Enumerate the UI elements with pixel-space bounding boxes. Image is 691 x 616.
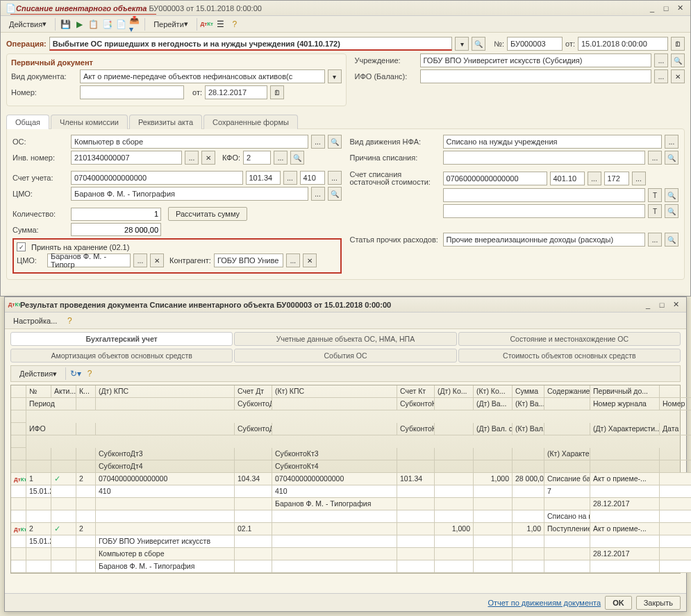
kfo-search-icon[interactable]: 🔍: [290, 151, 304, 165]
wracc3-field[interactable]: 172: [604, 172, 629, 185]
post-icon[interactable]: ▶: [74, 19, 85, 30]
ifo-clear-icon[interactable]: ✕: [671, 69, 685, 83]
res-close-icon[interactable]: ✕: [669, 299, 682, 310]
extra1-search-icon[interactable]: 🔍: [665, 188, 678, 202]
minimize-icon[interactable]: _: [646, 3, 658, 14]
extra2-search-icon[interactable]: 🔍: [665, 204, 678, 218]
tab-general[interactable]: Общая: [6, 115, 49, 129]
export-icon[interactable]: 📤▾: [129, 19, 140, 30]
move-more-icon[interactable]: ...: [665, 135, 678, 149]
acc-field1[interactable]: 07040000000000000: [71, 171, 243, 185]
date-field[interactable]: 15.01.2018 0:00:00: [578, 37, 668, 51]
actions-menu[interactable]: Действия ▾: [5, 17, 51, 31]
extra1-field[interactable]: [443, 188, 646, 202]
tab-act[interactable]: Реквизиты акта: [129, 115, 202, 129]
contr-field[interactable]: ГОБУ ВПО Униве: [214, 253, 283, 267]
wracc3-more-icon[interactable]: ...: [632, 172, 646, 185]
list-icon[interactable]: ☰: [215, 19, 226, 30]
calc-button[interactable]: Рассчитать сумму: [168, 207, 247, 221]
restab-status[interactable]: Состояние и местонахождение ОС: [458, 332, 681, 346]
sum-field[interactable]: [71, 223, 161, 236]
close-icon[interactable]: ✕: [674, 3, 686, 14]
res-help-icon[interactable]: ?: [64, 315, 75, 326]
org-more-icon[interactable]: ...: [654, 53, 668, 67]
report-link[interactable]: Отчет по движениям документа: [488, 599, 601, 607]
reason-search-icon[interactable]: 🔍: [665, 151, 678, 165]
acc-field3[interactable]: 410: [300, 171, 325, 185]
res-maximize-icon[interactable]: □: [656, 299, 668, 310]
res-minimize-icon[interactable]: _: [642, 299, 654, 310]
docnum-field[interactable]: [80, 85, 184, 99]
restab-os-data[interactable]: Учетные данные объекта ОС, НМА, НПА: [234, 332, 456, 346]
wracc1-field[interactable]: 07060000000000000: [443, 172, 547, 185]
doctype-dropdown-icon[interactable]: ▾: [328, 69, 342, 83]
acc2-more-icon[interactable]: ...: [283, 171, 297, 185]
restab-cost[interactable]: Стоимость объектов основных средств: [458, 349, 681, 363]
docdate-cal-icon[interactable]: 🗓: [270, 85, 284, 99]
restab-events[interactable]: События ОС: [234, 349, 456, 363]
tab-commission[interactable]: Члены комиссии: [51, 115, 128, 129]
os-field[interactable]: Компьютер в сборе: [71, 135, 308, 149]
docdate-field[interactable]: 28.12.2017: [205, 85, 267, 99]
extra2-field[interactable]: [443, 204, 646, 218]
close-button[interactable]: Закрыть: [636, 596, 681, 610]
cmo-field[interactable]: Баранов Ф. М. - Типография: [71, 187, 308, 201]
help-icon[interactable]: ?: [229, 19, 240, 30]
kfo-field[interactable]: 2: [243, 151, 271, 165]
extra1-t-icon[interactable]: T: [648, 188, 662, 202]
copy-icon[interactable]: 📑: [101, 19, 113, 30]
cmo2-clear-icon[interactable]: ✕: [150, 253, 164, 267]
reason-more-icon[interactable]: ...: [648, 151, 662, 165]
ok-button[interactable]: OK: [605, 596, 632, 610]
operation-field[interactable]: Выбытие ОС пришедших в негодность и на н…: [49, 37, 452, 51]
calendar-icon[interactable]: 🗓: [671, 37, 685, 51]
contr-clear-icon[interactable]: ✕: [303, 253, 317, 267]
restab-amort[interactable]: Амортизация объектов основных средств: [10, 349, 233, 363]
org-field[interactable]: ГОБУ ВПО Университет искусств (Субсидия): [420, 53, 652, 67]
result-grid[interactable]: №Акти...К...(Дт) КПССчет Дт(Кт) КПССчет …: [10, 385, 681, 574]
os-more-icon[interactable]: ...: [311, 135, 325, 149]
cmo2-more-icon[interactable]: ...: [133, 253, 147, 267]
cmo-search-icon[interactable]: 🔍: [328, 187, 342, 201]
inv-field[interactable]: 2101340000007: [71, 151, 182, 165]
inv-more-icon[interactable]: ...: [185, 151, 199, 165]
print-icon[interactable]: 📄: [115, 19, 126, 30]
op-dropdown-icon[interactable]: ▾: [455, 37, 469, 51]
store-checkbox[interactable]: ✓: [17, 242, 26, 251]
kfo-more-icon[interactable]: ...: [274, 151, 288, 165]
move-field[interactable]: Списано на нужды учреждения: [443, 135, 663, 149]
acc3-more-icon[interactable]: ...: [328, 171, 342, 185]
exp-more-icon[interactable]: ...: [648, 233, 662, 247]
cmo-more-icon[interactable]: ...: [311, 187, 325, 201]
setup-button[interactable]: Настройка...: [9, 314, 61, 328]
qty-field[interactable]: [71, 208, 161, 221]
wracc2-field[interactable]: 401.10: [550, 172, 585, 185]
grid-help-icon[interactable]: ?: [84, 368, 95, 379]
extra2-t-icon[interactable]: T: [648, 204, 662, 218]
goto-menu[interactable]: Перейти ▾: [149, 17, 192, 31]
grid-refresh-icon[interactable]: ↻▾: [70, 368, 81, 379]
restab-accounting[interactable]: Бухгалтерский учет: [10, 332, 233, 346]
contr-more-icon[interactable]: ...: [286, 253, 300, 267]
reason-field[interactable]: [443, 151, 646, 165]
os-search-icon[interactable]: 🔍: [328, 135, 342, 149]
ifo-field[interactable]: [420, 69, 652, 83]
refresh-icon[interactable]: 📋: [88, 19, 99, 30]
wracc2-more-icon[interactable]: ...: [588, 172, 601, 185]
cmo2-field[interactable]: Баранов Ф. М. - Типогр: [47, 253, 131, 267]
num-field[interactable]: БУ000003: [507, 37, 563, 51]
exp-field[interactable]: Прочие внереализационные доходы (расходы…: [443, 233, 646, 247]
grid-actions-menu[interactable]: Действия ▾: [15, 367, 61, 381]
exp-search-icon[interactable]: 🔍: [665, 233, 678, 247]
ifo-more-icon[interactable]: ...: [654, 69, 668, 83]
doctype-field[interactable]: Акт о приеме-передаче объектов нефинансо…: [80, 69, 325, 83]
org-search-icon[interactable]: 🔍: [671, 53, 685, 67]
dtkt-icon[interactable]: ДтКт: [201, 19, 213, 30]
save-icon[interactable]: 💾: [60, 19, 71, 30]
acc-field2[interactable]: 101.34: [246, 171, 281, 185]
tab-forms[interactable]: Сохраненные формы: [203, 115, 298, 129]
inv-clear-icon[interactable]: ✕: [201, 151, 215, 165]
maximize-icon[interactable]: □: [660, 3, 672, 14]
op-search-icon[interactable]: 🔍: [472, 37, 485, 51]
docdate-label: от:: [192, 88, 202, 97]
